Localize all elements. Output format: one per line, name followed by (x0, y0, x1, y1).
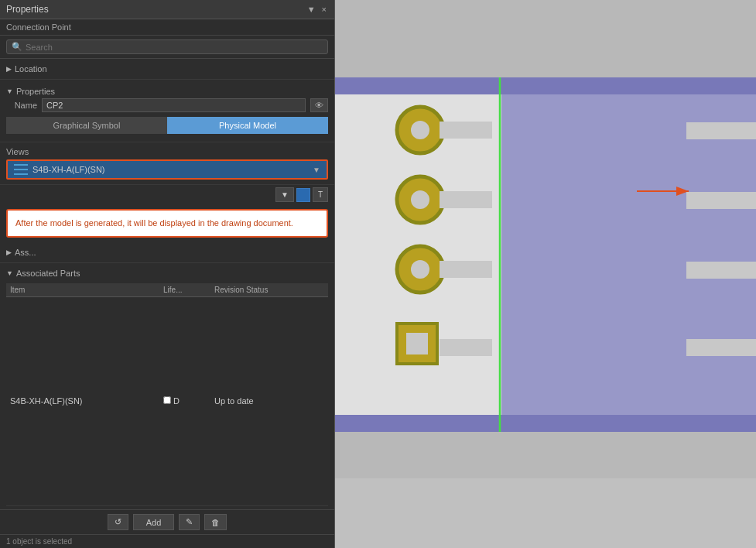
name-label: Name (6, 101, 37, 110)
svg-point-11 (411, 121, 429, 139)
main-area: Properties ▼ × Connection Point 🔍 ▶ (0, 0, 756, 548)
add-button[interactable]: Add (133, 514, 175, 530)
tab-row: Graphical Symbol Physical Model (6, 117, 328, 134)
left-panel: Properties ▼ × Connection Point 🔍 ▶ (0, 0, 335, 548)
name-input[interactable] (42, 98, 306, 112)
properties-header[interactable]: ▼ Properties (6, 84, 328, 98)
svg-rect-7 (686, 192, 756, 209)
delete-button[interactable]: 🗑 (204, 514, 227, 530)
assoc-label: Ass... (15, 248, 36, 257)
assoc-arrow: ▶ (6, 248, 12, 256)
dropdown-toolbar-btn[interactable]: ▼ (275, 187, 294, 202)
svg-rect-6 (686, 122, 756, 139)
tab-graphical[interactable]: Graphical Symbol (6, 117, 167, 134)
col-lifecycle: Life... (159, 283, 210, 297)
col-status: Revision Status (210, 283, 328, 297)
assoc-parts-arrow: ▼ (6, 269, 13, 277)
search-input-wrap: 🔍 (6, 39, 328, 54)
cell-item: S4B-XH-A(LF)(SN) (6, 296, 159, 506)
col-item: Item (6, 283, 159, 297)
parts-table: Item Life... Revision Status S4B-XH-A(LF… (6, 283, 328, 507)
search-icon: 🔍 (12, 42, 22, 52)
location-header[interactable]: ▶ Location (6, 62, 328, 76)
views-dropdown[interactable]: S4B-XH-A(LF)(SN) ▼ (6, 159, 328, 180)
tooltip-text: After the model is generated, it will be… (15, 218, 293, 228)
svg-rect-12 (440, 122, 492, 139)
pin-button[interactable]: ▼ (306, 5, 317, 14)
svg-rect-2 (335, 415, 756, 432)
panel-subtitle: Connection Point (0, 19, 334, 36)
search-input[interactable] (26, 43, 323, 52)
tooltip-box: After the model is generated, it will be… (6, 209, 328, 238)
lifecycle-checkbox[interactable] (163, 396, 171, 404)
properties-section: ▼ Properties Name 👁 Graphical Symbol Phy… (0, 80, 334, 142)
bottom-toolbar: ↺ Add ✎ 🗑 (0, 509, 334, 534)
cell-status: Up to date (210, 296, 328, 506)
location-section: ▶ Location (0, 59, 334, 80)
search-bar: 🔍 (0, 36, 334, 59)
svg-rect-1 (335, 77, 756, 94)
color-toolbar-btn[interactable] (296, 188, 310, 202)
assoc-header[interactable]: ▶ Ass... (6, 245, 328, 259)
views-text: S4B-XH-A(LF)(SN) (32, 165, 313, 174)
pcb-svg (335, 0, 756, 478)
views-icon-line3 (14, 173, 28, 175)
title-actions: ▼ × (306, 5, 328, 14)
assoc-parts-header[interactable]: ▼ Associated Parts (6, 266, 328, 280)
location-label: Location (15, 64, 47, 74)
properties-label: Properties (16, 87, 55, 96)
svg-rect-18 (440, 261, 492, 278)
svg-point-17 (411, 260, 429, 279)
panel-title-bar: Properties ▼ × (0, 0, 334, 19)
views-icon (14, 164, 28, 175)
close-button[interactable]: × (320, 5, 328, 14)
panel-title: Properties (6, 4, 49, 15)
edit-button[interactable]: ✎ (179, 514, 200, 530)
tab-physical[interactable]: Physical Model (167, 117, 328, 134)
svg-rect-8 (686, 262, 756, 279)
right-canvas (335, 0, 756, 548)
text-toolbar-btn[interactable]: T (313, 187, 328, 202)
views-icon-line2 (14, 169, 28, 170)
assoc-section: ▶ Ass... (0, 242, 334, 263)
table-row[interactable]: S4B-XH-A(LF)(SN) D Up to date (6, 296, 328, 506)
svg-rect-15 (440, 191, 492, 208)
toolbar-row: ▼ T (0, 185, 334, 204)
status-bar: 1 object is selected (0, 534, 334, 548)
views-label: Views (6, 147, 328, 156)
name-row: Name 👁 (6, 98, 328, 112)
svg-rect-20 (406, 333, 428, 354)
properties-arrow: ▼ (6, 87, 13, 95)
location-arrow: ▶ (6, 65, 12, 73)
views-icon-line1 (14, 164, 28, 166)
svg-point-14 (411, 190, 429, 209)
chevron-down-icon: ▼ (313, 166, 320, 174)
eye-button[interactable]: 👁 (310, 98, 328, 112)
app-container: Properties ▼ × Connection Point 🔍 ▶ (0, 0, 756, 548)
assoc-parts-section: ▼ Associated Parts Item Life... Revision… (0, 263, 334, 510)
svg-rect-9 (686, 339, 756, 356)
assoc-parts-label: Associated Parts (16, 269, 80, 278)
svg-rect-21 (440, 339, 492, 356)
cell-lifecycle: D (159, 296, 210, 506)
refresh-button[interactable]: ↺ (108, 514, 128, 530)
views-section: Views S4B-XH-A(LF)(SN) ▼ (0, 142, 334, 185)
